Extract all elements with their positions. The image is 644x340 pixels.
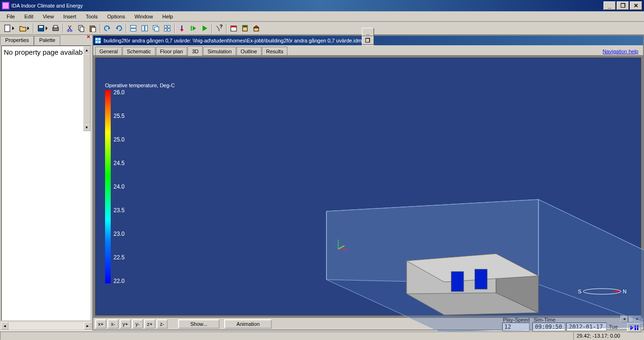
legend-tick: 23.5 <box>114 207 124 214</box>
scroll-right-icon[interactable]: ► <box>84 322 91 330</box>
building-button[interactable] <box>251 23 261 33</box>
legend-tick: 26.0 <box>114 89 124 96</box>
undo-button[interactable] <box>102 23 113 33</box>
menubar: File Edit View Insert Tools Options Wind… <box>0 11 644 22</box>
tab-simulation[interactable]: Simulation <box>203 47 236 55</box>
context-help-button[interactable]: ? <box>214 23 224 33</box>
svg-marker-3 <box>12 26 14 30</box>
new-button[interactable] <box>2 23 16 33</box>
svg-rect-58 <box>451 272 464 291</box>
sidebar-tab-palette[interactable]: Palette <box>34 36 60 45</box>
separator <box>126 24 126 33</box>
separator <box>212 24 212 33</box>
app-title: IDA Indoor Climate and Energy <box>11 3 83 8</box>
svg-marker-31 <box>193 26 196 31</box>
menu-edit[interactable]: Edit <box>20 13 38 20</box>
menu-options[interactable]: Options <box>103 13 130 20</box>
maximize-button[interactable]: ❐ <box>617 1 629 10</box>
drop-pin-button[interactable] <box>177 23 187 33</box>
svg-rect-18 <box>130 25 136 28</box>
open-button[interactable] <box>17 23 31 33</box>
compass: S N <box>578 287 627 296</box>
menu-file[interactable]: File <box>2 13 20 20</box>
scroll-up-icon[interactable]: ▲ <box>83 46 90 54</box>
tab-3d[interactable]: 3D <box>187 46 203 56</box>
step-button[interactable] <box>188 23 198 33</box>
view-xplus-button[interactable]: x+ <box>95 319 106 329</box>
svg-text:?: ? <box>220 25 223 29</box>
separator <box>33 24 33 33</box>
sidebar-scrollbar[interactable]: ▲ ▼ <box>83 46 90 131</box>
legend-title: Operative temperature, Deg-C <box>105 83 175 88</box>
view-zplus-button[interactable]: z+ <box>144 319 155 329</box>
save-button[interactable] <box>35 23 49 33</box>
legend-tick: 22.5 <box>114 254 124 261</box>
sidebar-message: No property page available <box>4 48 89 56</box>
view-zminus-button[interactable]: z- <box>156 319 168 329</box>
svg-rect-15 <box>91 27 96 32</box>
minimize-button[interactable]: _ <box>603 1 616 10</box>
tile-horizontal-button[interactable] <box>128 23 139 33</box>
scroll-left-icon[interactable]: ◄ <box>1 322 8 330</box>
menu-tools[interactable]: Tools <box>81 13 103 20</box>
svg-marker-4 <box>27 26 29 30</box>
scroll-thumb[interactable] <box>83 54 90 124</box>
compass-s: S <box>578 289 581 294</box>
svg-rect-24 <box>164 25 167 28</box>
svg-rect-2 <box>5 25 10 32</box>
paste-button[interactable] <box>88 23 98 33</box>
close-button[interactable]: ✕ <box>630 1 642 10</box>
svg-rect-42 <box>98 38 100 40</box>
separator <box>174 24 175 33</box>
titlebar: IDA Indoor Climate and Energy _ ❐ ✕ <box>0 0 644 11</box>
view-yplus-button[interactable]: y+ <box>120 319 131 329</box>
svg-rect-21 <box>145 25 147 31</box>
print-button[interactable] <box>50 23 61 33</box>
cascade-button[interactable] <box>151 23 161 33</box>
view-yminus-button[interactable]: y- <box>132 319 143 329</box>
legend-tick: 24.0 <box>114 183 124 190</box>
calendar-button[interactable] <box>228 23 239 33</box>
copy-button[interactable] <box>76 23 87 33</box>
window-list-button[interactable] <box>162 23 172 33</box>
tab-schematic[interactable]: Schematic <box>122 47 155 55</box>
svg-marker-39 <box>253 25 259 28</box>
legend-tick: 25.5 <box>114 113 124 119</box>
tab-outline[interactable]: Outline <box>236 47 261 55</box>
svg-rect-6 <box>39 26 43 28</box>
run-button[interactable] <box>199 23 210 33</box>
tile-vertical-button[interactable] <box>139 23 150 33</box>
sidebar-hscroll[interactable]: ◄ ► <box>1 322 91 330</box>
menu-insert[interactable]: Insert <box>58 13 81 20</box>
svg-rect-26 <box>164 29 167 31</box>
svg-rect-1 <box>3 3 8 8</box>
scroll-track[interactable] <box>8 322 84 330</box>
cut-button[interactable] <box>65 23 75 33</box>
svg-rect-37 <box>243 26 247 27</box>
calc-button[interactable] <box>240 23 250 33</box>
view-xminus-button[interactable]: x- <box>107 319 119 329</box>
menu-view[interactable]: View <box>38 13 59 20</box>
doc-minimize-button[interactable]: _ <box>362 28 374 36</box>
menu-window[interactable]: Window <box>130 13 157 20</box>
tab-results[interactable]: Results <box>262 47 288 55</box>
legend-tick: 25.0 <box>114 136 124 143</box>
animation-button[interactable]: Animation <box>224 319 272 329</box>
menu-help[interactable]: Help <box>158 13 178 20</box>
tab-floorplan[interactable]: Floor plan <box>156 47 187 55</box>
temperature-legend: Operative temperature, Deg-C 26.0 25.5 2… <box>105 82 175 89</box>
doc-maximize-button[interactable]: ❐ <box>362 36 374 45</box>
separator <box>63 24 63 33</box>
tab-general[interactable]: General <box>95 47 122 55</box>
redo-button[interactable] <box>114 23 124 33</box>
svg-marker-32 <box>203 25 207 31</box>
sidebar-tab-properties[interactable]: Properties <box>0 36 34 45</box>
show-button[interactable]: Show... <box>178 319 220 329</box>
document-icon <box>94 37 102 44</box>
window-buttons: _ ❐ ✕ <box>603 1 642 10</box>
navigation-help-link[interactable]: Navigation help <box>600 48 641 55</box>
viewport-3d[interactable]: Operative temperature, Deg-C 26.0 25.5 2… <box>95 58 641 315</box>
svg-marker-29 <box>180 29 184 32</box>
scroll-down-icon[interactable]: ▼ <box>83 124 90 131</box>
sidebar-close-icon[interactable]: × <box>87 35 92 41</box>
